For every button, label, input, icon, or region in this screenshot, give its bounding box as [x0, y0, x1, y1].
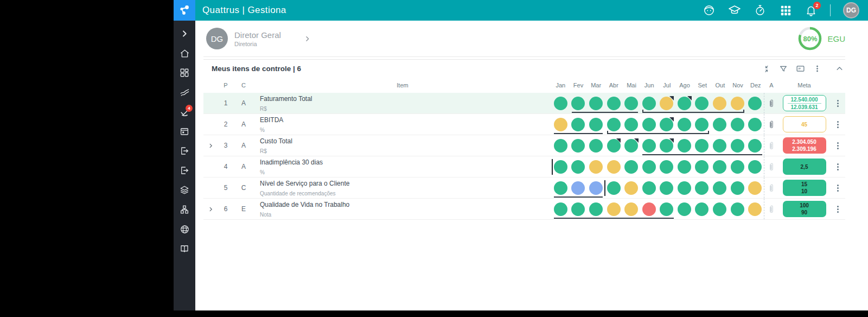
attachment-icon[interactable] [768, 141, 775, 150]
month-status-dez[interactable] [746, 135, 764, 156]
month-status-set[interactable] [693, 93, 711, 114]
month-status-dez[interactable] [746, 114, 764, 135]
month-status-out[interactable] [711, 93, 729, 114]
month-status-out[interactable] [711, 156, 729, 177]
profile-chevron-icon[interactable] [304, 35, 311, 42]
meta-value-box[interactable]: 2.304.0502.309.196 [783, 137, 826, 154]
item-title[interactable]: Custo Total [260, 137, 292, 145]
month-status-jul[interactable] [658, 93, 675, 114]
sidebar-item-documentation[interactable] [174, 240, 195, 259]
month-status-jun[interactable] [640, 177, 658, 199]
timer-icon[interactable] [754, 4, 767, 17]
month-status-abr[interactable] [605, 135, 623, 156]
month-status-dez[interactable] [746, 199, 764, 220]
table-row[interactable]: 6 E Qualidade de Vida no TrabalhoNota 10… [203, 199, 845, 220]
sidebar-item-org-structure[interactable] [174, 201, 195, 220]
month-status-fev[interactable] [570, 199, 588, 220]
row-expander-icon[interactable] [208, 143, 214, 149]
month-status-nov[interactable] [729, 135, 746, 156]
month-status-out[interactable] [711, 114, 729, 135]
row-kebab-icon[interactable] [837, 100, 839, 107]
month-status-nov[interactable] [729, 199, 746, 220]
month-status-jun[interactable] [640, 156, 658, 177]
academy-icon[interactable] [728, 4, 741, 17]
meta-value-box[interactable]: 12.540.00012.039.631 [783, 95, 826, 111]
sidebar-item-calendar[interactable] [174, 123, 195, 142]
attachment-icon[interactable] [768, 120, 775, 129]
month-status-jun[interactable] [640, 199, 658, 220]
collapse-width-icon[interactable] [761, 63, 773, 75]
month-status-ago[interactable] [675, 135, 693, 156]
month-status-jun[interactable] [640, 135, 658, 156]
month-status-mai[interactable] [622, 93, 640, 114]
sidebar-item-layers[interactable] [174, 181, 195, 201]
month-status-abr[interactable] [605, 93, 623, 114]
month-status-fev[interactable] [570, 114, 588, 135]
month-status-dez[interactable] [746, 93, 764, 114]
meta-value-box[interactable]: 45 [783, 116, 826, 132]
month-status-mai[interactable] [622, 199, 640, 220]
month-status-dez[interactable] [746, 177, 764, 199]
chevron-up-icon[interactable] [833, 63, 845, 75]
month-status-abr[interactable] [605, 177, 623, 199]
quattrus-logo-icon[interactable] [174, 0, 195, 21]
sidebar-item-export-a[interactable] [174, 142, 195, 162]
month-status-dez[interactable] [746, 156, 764, 177]
month-status-mar[interactable] [587, 199, 605, 220]
month-status-mar[interactable] [587, 177, 605, 199]
month-status-jan[interactable] [552, 114, 570, 135]
month-status-abr[interactable] [605, 156, 623, 177]
month-status-jul[interactable] [658, 114, 675, 135]
month-status-mar[interactable] [587, 156, 605, 177]
row-kebab-icon[interactable] [837, 142, 839, 149]
month-status-mai[interactable] [622, 156, 640, 177]
month-status-jan[interactable] [552, 177, 570, 199]
table-row[interactable]: 5 C Nível de Serviço para o ClienteQuant… [203, 177, 845, 199]
month-status-jun[interactable] [640, 114, 658, 135]
item-title[interactable]: Inadimplência 30 dias [260, 158, 323, 166]
month-status-jan[interactable] [552, 199, 570, 220]
sidebar-item-expand[interactable] [174, 25, 195, 45]
month-status-out[interactable] [711, 199, 729, 220]
sidebar-item-export-b[interactable] [174, 162, 195, 181]
month-status-jul[interactable] [658, 199, 675, 220]
month-status-ago[interactable] [675, 93, 693, 114]
month-status-abr[interactable] [605, 199, 623, 220]
sidebar-item-indicators[interactable] [174, 84, 195, 103]
item-title[interactable]: Nível de Serviço para o Cliente [260, 180, 349, 187]
month-status-fev[interactable] [570, 135, 588, 156]
month-status-jan[interactable] [552, 135, 570, 156]
row-kebab-icon[interactable] [837, 121, 839, 128]
item-title[interactable]: EBITDA [260, 116, 283, 124]
user-avatar[interactable]: DG [843, 2, 859, 18]
month-status-mar[interactable] [587, 93, 605, 114]
month-status-nov[interactable] [729, 177, 746, 199]
meta-value-box[interactable]: 2,5 [783, 158, 826, 175]
month-status-fev[interactable] [570, 93, 588, 114]
month-status-mar[interactable] [587, 135, 605, 156]
month-status-jan[interactable] [552, 93, 570, 114]
sidebar-item-web[interactable] [174, 220, 195, 240]
sidebar-item-dashboard[interactable] [174, 64, 195, 84]
month-status-mai[interactable] [622, 177, 640, 199]
item-title[interactable]: Faturamento Total [260, 95, 312, 103]
month-status-mai[interactable] [622, 135, 640, 156]
month-status-ago[interactable] [675, 177, 693, 199]
meta-value-box[interactable]: 1510 [783, 180, 826, 196]
month-status-jul[interactable] [658, 156, 675, 177]
filter-icon[interactable] [777, 63, 789, 75]
attachment-icon[interactable] [768, 183, 775, 193]
row-kebab-icon[interactable] [837, 185, 839, 192]
kebab-menu-icon[interactable] [811, 63, 823, 75]
apps-grid-icon[interactable] [779, 4, 792, 17]
bell-icon[interactable]: 2 [805, 4, 818, 17]
month-status-nov[interactable] [729, 156, 746, 177]
month-status-ago[interactable] [675, 114, 693, 135]
meta-value-box[interactable]: 10090 [783, 201, 826, 217]
month-status-ago[interactable] [675, 199, 693, 220]
month-status-set[interactable] [693, 135, 711, 156]
month-status-nov[interactable] [729, 114, 746, 135]
table-row[interactable]: 3 A Custo TotalR$ 2.304.0502.309.196 [203, 135, 845, 156]
support-icon[interactable] [703, 4, 716, 17]
profile-avatar[interactable]: DG [206, 28, 228, 49]
